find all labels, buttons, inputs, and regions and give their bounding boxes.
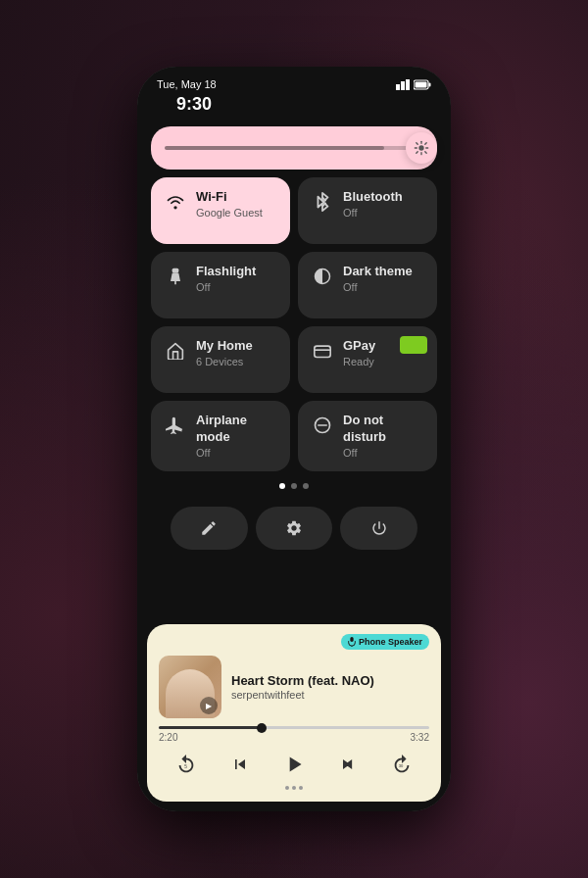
speaker-icon <box>348 637 356 647</box>
media-info: ▶ Heart Storm (feat. NAO) serpentwithfee… <box>159 656 429 718</box>
power-icon <box>370 519 388 537</box>
gpay-icon <box>312 340 333 362</box>
media-text: Heart Storm (feat. NAO) serpentwithfeet <box>231 673 429 702</box>
gpay-card-indicator <box>400 336 427 354</box>
tile-dnd-sub: Off <box>343 446 423 460</box>
page-dot-3 <box>303 483 309 489</box>
svg-point-6 <box>418 145 423 150</box>
svg-rect-5 <box>416 81 427 87</box>
tile-myhome-sub: 6 Devices <box>196 355 276 368</box>
settings-icon <box>285 519 303 537</box>
media-dots <box>159 782 429 790</box>
svg-rect-4 <box>429 82 431 86</box>
brightness-track <box>165 146 423 150</box>
tile-darktheme-title: Dark theme <box>343 264 423 280</box>
progress-bar[interactable] <box>159 726 429 729</box>
tile-wifi[interactable]: Wi-Fi Google Guest <box>151 177 290 244</box>
forward30-icon: 30 <box>391 754 413 775</box>
forward30-button[interactable]: 30 <box>386 749 417 780</box>
replay5-icon: 5 <box>175 754 197 775</box>
phone-speaker-badge: Phone Speaker <box>341 634 429 650</box>
status-date: Tue, May 18 <box>157 78 217 90</box>
media-dot-1 <box>285 786 289 790</box>
tile-flashlight-title: Flashlight <box>196 264 276 280</box>
svg-line-11 <box>416 143 417 144</box>
svg-marker-0 <box>396 84 400 90</box>
tile-myhome-title: My Home <box>196 338 276 355</box>
current-time: 2:20 <box>159 732 177 743</box>
svg-text:5: 5 <box>184 764 187 769</box>
svg-rect-20 <box>315 346 330 357</box>
tile-flashlight-text: Flashlight Off <box>196 264 276 294</box>
total-time: 3:32 <box>411 732 429 743</box>
tile-gpay[interactable]: GPay Ready <box>298 326 437 393</box>
phone-frame: Tue, May 18 9:30 <box>137 67 451 811</box>
svg-line-14 <box>416 152 417 153</box>
tile-dnd-title: Do not disturb <box>343 413 423 446</box>
tile-gpay-sub: Ready <box>343 355 423 368</box>
status-time-row: 9:30 <box>137 94 451 122</box>
svg-rect-24 <box>350 637 353 642</box>
pencil-icon <box>200 519 218 537</box>
tile-airplane[interactable]: Airplane mode Off <box>151 401 290 471</box>
tile-darktheme[interactable]: Dark theme Off <box>298 252 437 318</box>
skip-prev-icon <box>230 755 250 774</box>
svg-text:30: 30 <box>399 763 404 768</box>
tile-flashlight-sub: Off <box>196 280 276 294</box>
power-button[interactable] <box>340 507 417 550</box>
media-player: Phone Speaker ▶ Heart Storm (feat. NAO) … <box>147 624 441 802</box>
status-icons <box>396 79 431 90</box>
tile-myhome[interactable]: My Home 6 Devices <box>151 326 290 393</box>
brightness-fill <box>165 146 384 150</box>
wifi-icon <box>165 191 186 213</box>
airplane-icon <box>165 415 186 436</box>
home-icon <box>165 340 186 362</box>
tile-darktheme-text: Dark theme Off <box>343 264 423 294</box>
tiles-grid: Wi-Fi Google Guest Bluetooth <box>151 177 437 471</box>
media-dot-3 <box>299 786 303 790</box>
tile-airplane-text: Airplane mode Off <box>196 413 276 460</box>
tile-airplane-sub: Off <box>196 446 276 460</box>
settings-button[interactable] <box>256 507 333 550</box>
svg-rect-17 <box>172 268 179 273</box>
skip-next-button[interactable] <box>332 749 364 780</box>
svg-line-13 <box>425 143 426 144</box>
svg-marker-1 <box>401 81 405 90</box>
tile-wifi-title: Wi-Fi <box>196 189 276 206</box>
media-title: Heart Storm (feat. NAO) <box>231 673 429 690</box>
flashlight-icon <box>165 266 186 287</box>
edit-button[interactable] <box>171 507 248 550</box>
tile-bluetooth[interactable]: Bluetooth Off <box>298 177 437 244</box>
battery-icon <box>414 79 431 90</box>
play-icon <box>281 752 307 777</box>
media-dot-2 <box>292 786 296 790</box>
brightness-icon <box>414 140 429 156</box>
tile-dnd[interactable]: Do not disturb Off <box>298 401 437 471</box>
tile-airplane-title: Airplane mode <box>196 413 276 446</box>
tile-bluetooth-title: Bluetooth <box>343 189 423 206</box>
tile-flashlight[interactable]: Flashlight Off <box>151 252 290 318</box>
play-button[interactable] <box>278 749 310 780</box>
skip-prev-button[interactable] <box>224 749 256 780</box>
album-art: ▶ <box>159 656 221 718</box>
bluetooth-icon <box>312 191 333 213</box>
signal-icon <box>396 79 410 90</box>
tile-wifi-sub: Google Guest <box>196 206 276 220</box>
status-time: 9:30 <box>157 94 231 115</box>
tile-myhome-text: My Home 6 Devices <box>196 338 276 368</box>
brightness-slider[interactable] <box>151 126 437 170</box>
progress-fill <box>159 726 262 729</box>
page-dot-1 <box>279 483 285 489</box>
tile-bluetooth-sub: Off <box>343 206 423 220</box>
brightness-thumb[interactable] <box>406 132 437 164</box>
progress-container[interactable]: 2:20 3:32 <box>159 726 429 743</box>
tile-dnd-text: Do not disturb Off <box>343 413 423 460</box>
speaker-badge-row: Phone Speaker <box>159 634 429 650</box>
tile-darktheme-sub: Off <box>343 280 423 294</box>
dnd-icon <box>312 415 333 436</box>
page-dots <box>151 479 437 493</box>
tile-bluetooth-text: Bluetooth Off <box>343 189 423 220</box>
replay5-button[interactable]: 5 <box>171 749 202 780</box>
media-artist: serpentwithfeet <box>231 689 429 701</box>
phone-speaker-label: Phone Speaker <box>359 637 422 647</box>
